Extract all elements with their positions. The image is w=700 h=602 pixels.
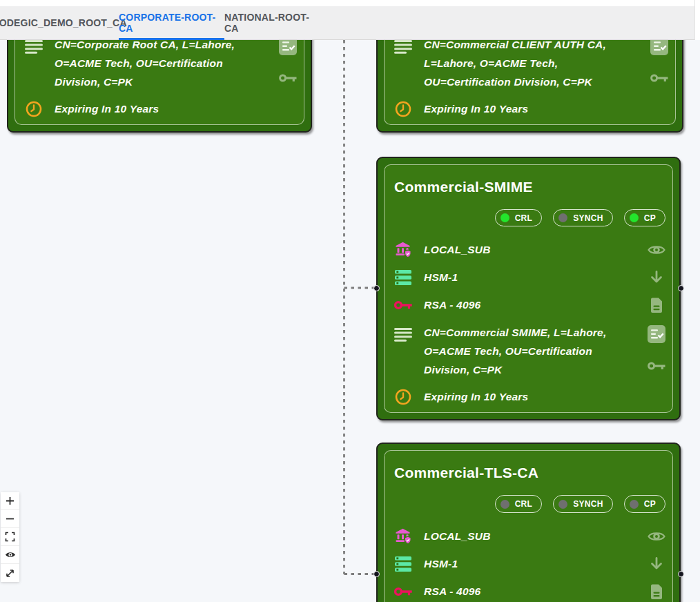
expiry-text: Expiring In 10 Years: [55, 103, 297, 115]
status-badges: CRL SYNCH CP: [394, 209, 665, 226]
tab-label: CORPORATE-ROOT-CA: [119, 12, 224, 34]
subject-dn: CN=Commercial SMIME, L=Lahore, O=ACME Te…: [424, 323, 648, 379]
cp-badge: CP: [624, 209, 665, 226]
key-icon[interactable]: [650, 69, 668, 87]
cp-badge: CP: [624, 495, 665, 513]
zoom-in-button[interactable]: [1, 492, 19, 510]
eye-icon[interactable]: [648, 241, 665, 259]
download-arrow-icon[interactable]: [648, 269, 665, 287]
plus-icon: [5, 496, 15, 506]
smime-right-handle[interactable]: [678, 285, 684, 291]
cp-status-dot: [630, 500, 639, 509]
tab-label: NATIONAL-ROOT-CA: [224, 12, 321, 34]
tab-codegic-demo-root-ca[interactable]: CODEGIC_DEMO_ROOT_CA: [0, 6, 119, 39]
synch-badge: SYNCH: [553, 495, 613, 513]
cp-status-dot: [630, 213, 639, 222]
subject-lines-icon: [25, 40, 43, 55]
clock-icon: [394, 388, 412, 406]
ca-title: Commercial-SMIME: [394, 177, 665, 197]
expiry-text: Expiring In 10 Years: [424, 103, 668, 115]
app-window: CODEGIC_DEMO_ROOT_CA CORPORATE-ROOT-CA N…: [0, 0, 700, 602]
crl-status-dot: [500, 500, 509, 509]
tab-corporate-root-ca[interactable]: CORPORATE-ROOT-CA: [119, 6, 224, 39]
ca-type-row: LOCAL_SUB: [394, 236, 665, 264]
subject-lines-icon: [394, 327, 412, 342]
ca-title: Commercial-TLS-CA: [394, 463, 665, 483]
bank-shield-icon: [394, 242, 412, 258]
crl-badge: CRL: [495, 495, 543, 513]
subject-lines-icon: [394, 40, 412, 55]
fit-view-button[interactable]: [1, 528, 19, 546]
subject-row: CN=Commercial SMIME, L=Lahore, O=ACME Te…: [394, 323, 665, 379]
toggle-visibility-button[interactable]: [1, 546, 19, 564]
crl-badge: CRL: [495, 209, 543, 226]
key-algorithm-row: RSA - 4096: [394, 291, 665, 319]
resize-button[interactable]: [1, 564, 19, 582]
document-icon[interactable]: [648, 583, 665, 601]
status-badges: CRL SYNCH CP: [394, 495, 665, 513]
checklist-icon[interactable]: [650, 40, 668, 55]
diagonal-resize-icon: [5, 568, 15, 579]
tls-left-handle[interactable]: [373, 571, 380, 577]
eye-icon: [5, 550, 16, 560]
canvas-controls: [1, 492, 19, 582]
smime-left-handle[interactable]: [373, 285, 380, 291]
checklist-icon[interactable]: [279, 40, 297, 55]
minus-icon: [5, 514, 15, 524]
tab-label: CODEGIC_DEMO_ROOT_CA: [0, 17, 127, 28]
synch-badge: SYNCH: [553, 209, 613, 226]
fit-view-icon: [5, 532, 15, 542]
clock-icon: [25, 100, 43, 118]
key-icon-pink: [394, 586, 412, 597]
hsm-row: HSM-1: [394, 550, 665, 578]
scrollbar-track[interactable]: [694, 0, 700, 40]
expiry-text: Expiring In 10 Years: [424, 391, 665, 403]
bank-shield-icon: [394, 528, 412, 545]
key-algorithm-text: RSA - 4096: [424, 585, 648, 598]
tab-national-root-ca[interactable]: NATIONAL-ROOT-CA: [224, 6, 321, 39]
key-icon-pink: [394, 300, 412, 311]
key-icon[interactable]: [279, 69, 297, 87]
subject-dn: CN=Commercial CLIENT AUTH CA, L=Lahore, …: [424, 40, 650, 91]
hsm-text: HSM-1: [424, 271, 648, 284]
tab-bar: CODEGIC_DEMO_ROOT_CA CORPORATE-ROOT-CA N…: [0, 0, 700, 40]
key-icon[interactable]: [648, 357, 665, 375]
hsm-row: HSM-1: [394, 264, 665, 291]
ca-hierarchy-canvas[interactable]: CN=Corporate Root CA, L=Lahore, O=ACME T…: [0, 40, 700, 602]
download-arrow-icon[interactable]: [648, 555, 665, 573]
subject-dn: CN=Corporate Root CA, L=Lahore, O=ACME T…: [55, 40, 279, 91]
ca-card-commercial-tls[interactable]: Commercial-TLS-CA CRL SYNCH CP: [376, 443, 681, 602]
zoom-out-button[interactable]: [1, 510, 19, 528]
synch-status-dot: [558, 500, 567, 509]
eye-icon[interactable]: [648, 527, 665, 545]
synch-status-dot: [558, 213, 567, 222]
ca-card-commercial-smime[interactable]: Commercial-SMIME CRL SYNCH CP: [376, 157, 681, 420]
ca-type-row: LOCAL_SUB: [394, 523, 665, 550]
ca-type-text: LOCAL_SUB: [424, 530, 648, 543]
hsm-text: HSM-1: [424, 558, 648, 570]
key-algorithm-text: RSA - 4096: [424, 299, 648, 311]
document-icon[interactable]: [648, 296, 665, 314]
clock-icon: [394, 100, 412, 118]
ca-type-text: LOCAL_SUB: [424, 244, 648, 256]
server-stack-icon: [394, 270, 412, 285]
expiry-row: Expiring In 10 Years: [394, 383, 665, 411]
ca-card-commercial-client-auth[interactable]: CN=Commercial CLIENT AUTH CA, L=Lahore, …: [376, 40, 683, 133]
crl-status-dot: [500, 213, 509, 222]
checklist-icon[interactable]: [648, 325, 665, 343]
ca-card-corporate-root[interactable]: CN=Corporate Root CA, L=Lahore, O=ACME T…: [7, 40, 312, 133]
key-algorithm-row: RSA - 4096: [394, 578, 665, 602]
server-stack-icon: [394, 556, 412, 572]
tls-right-handle[interactable]: [678, 571, 684, 577]
